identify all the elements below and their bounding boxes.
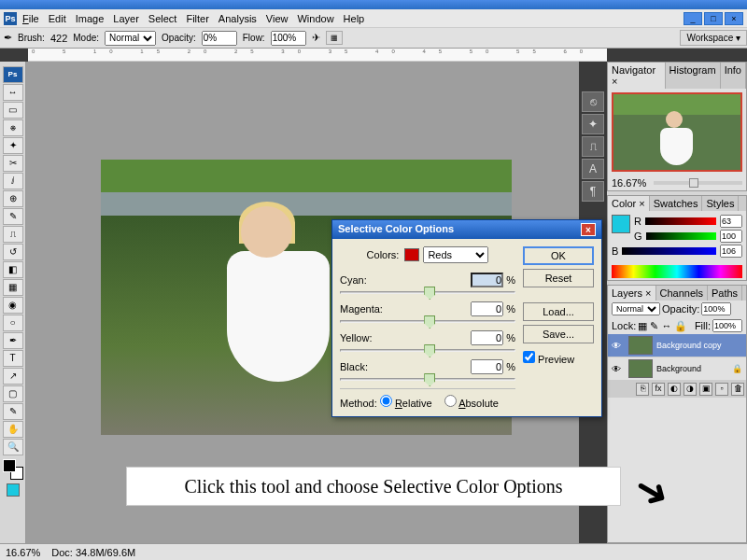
link-icon[interactable]: ⎘ — [636, 383, 649, 396]
lasso-tool[interactable]: ⎈ — [3, 119, 23, 136]
adjustment-icon[interactable]: ◑ — [684, 383, 697, 396]
crop-tool[interactable]: ✂ — [3, 155, 23, 172]
menu-file[interactable]: FFileile — [22, 13, 39, 24]
gradient-tool[interactable]: ▦ — [3, 279, 23, 296]
menu-help[interactable]: Help — [344, 13, 365, 24]
magenta-input[interactable] — [471, 301, 503, 316]
mode-select[interactable]: Normal — [105, 31, 156, 46]
wand-tool[interactable]: ✦ — [3, 137, 23, 154]
opacity-input[interactable] — [202, 31, 237, 46]
tool-preset-icon[interactable]: ✒ — [4, 32, 12, 44]
relative-radio[interactable]: Relative — [380, 398, 432, 409]
dock-icon[interactable]: ⎍ — [582, 136, 604, 157]
shape-tool[interactable]: ▢ — [3, 385, 23, 402]
absolute-radio[interactable]: Absolute — [444, 398, 499, 409]
tab-layers[interactable]: Layers × — [608, 286, 656, 301]
healing-tool[interactable]: ⊕ — [3, 190, 23, 207]
tab-histogram[interactable]: Histogram — [666, 63, 721, 89]
notes-tool[interactable]: ✎ — [3, 403, 23, 420]
path-tool[interactable]: ↗ — [3, 368, 23, 385]
blur-tool[interactable]: ◉ — [3, 297, 23, 314]
marquee-tool[interactable]: ▭ — [3, 102, 23, 119]
layer-row[interactable]: 👁 Background 🔒 — [608, 357, 746, 381]
black-slider[interactable] — [340, 378, 515, 381]
minimize-icon[interactable]: _ — [684, 12, 702, 25]
maximize-icon[interactable]: □ — [704, 12, 723, 25]
close-icon[interactable]: × — [725, 12, 743, 25]
blend-mode-select[interactable]: Normal — [612, 302, 660, 315]
cyan-slider[interactable] — [340, 291, 515, 294]
dock-icon[interactable]: ⎋ — [582, 91, 604, 112]
b-input[interactable] — [720, 245, 742, 258]
visibility-icon[interactable]: 👁 — [612, 341, 625, 351]
dialog-titlebar[interactable]: Selective Color Options × — [332, 220, 601, 239]
preview-checkbox[interactable]: Preview — [523, 351, 594, 365]
cyan-input[interactable] — [471, 273, 503, 287]
menu-analysis[interactable]: Analysis — [218, 13, 257, 24]
dock-icon[interactable]: ✦ — [582, 114, 604, 134]
airbrush-icon[interactable]: ✈ — [312, 32, 320, 44]
ok-button[interactable]: OK — [523, 246, 594, 265]
tab-channels[interactable]: Channels — [656, 286, 708, 301]
colors-select[interactable]: Reds — [423, 246, 488, 263]
visibility-icon[interactable]: 👁 — [612, 364, 625, 374]
dodge-tool[interactable]: ○ — [3, 315, 23, 331]
hand-tool[interactable]: ✋ — [3, 421, 23, 438]
menu-view[interactable]: View — [266, 13, 289, 24]
color-spectrum[interactable] — [612, 265, 742, 278]
r-input[interactable] — [720, 215, 742, 228]
pen-tool[interactable]: ✒ — [3, 332, 23, 349]
reset-button[interactable]: Reset — [523, 269, 594, 287]
navigator-thumbnail[interactable] — [612, 92, 742, 172]
dock-icon[interactable]: ¶ — [582, 181, 604, 202]
move-tool[interactable]: ↔ — [3, 84, 23, 101]
menu-layer[interactable]: Layer — [113, 13, 139, 24]
b-slider[interactable] — [622, 247, 716, 255]
layer-name[interactable]: Background — [656, 364, 701, 373]
lock-icons[interactable]: ▦ ✎ ↔ 🔒 — [638, 320, 687, 332]
menu-window[interactable]: Window — [297, 13, 333, 24]
brush-tool[interactable]: ✎ — [3, 208, 23, 225]
menu-filter[interactable]: Filter — [186, 13, 208, 24]
brush-picker[interactable]: 422 — [50, 33, 67, 44]
g-slider[interactable] — [646, 232, 716, 240]
zoom-tool[interactable]: 🔍 — [3, 439, 23, 455]
tab-info[interactable]: Info — [721, 63, 746, 89]
arrange-icon[interactable]: ▦ — [326, 31, 343, 45]
menu-edit[interactable]: Edit — [49, 13, 66, 24]
mask-icon[interactable]: ◐ — [668, 383, 681, 396]
load-button[interactable]: Load... — [523, 302, 594, 321]
yellow-slider[interactable] — [340, 349, 515, 352]
trash-icon[interactable]: 🗑 — [731, 383, 744, 396]
fx-icon[interactable]: fx — [652, 383, 665, 396]
tab-color[interactable]: Color × — [608, 196, 650, 211]
quick-mask-icon[interactable] — [7, 483, 20, 497]
eraser-tool[interactable]: ◧ — [3, 261, 23, 278]
flow-input[interactable] — [271, 31, 306, 46]
color-foreground[interactable] — [612, 215, 630, 233]
tab-swatches[interactable]: Swatches — [650, 196, 703, 211]
black-input[interactable] — [471, 359, 503, 374]
dialog-close-icon[interactable]: × — [581, 223, 596, 236]
layer-name[interactable]: Background copy — [656, 341, 722, 350]
stamp-tool[interactable]: ⎍ — [3, 226, 23, 243]
new-layer-icon[interactable]: ▫ — [715, 383, 728, 396]
nav-zoom-slider[interactable] — [654, 181, 742, 185]
tab-styles[interactable]: Styles — [702, 196, 739, 211]
r-slider[interactable] — [645, 217, 716, 225]
dock-icon[interactable]: A — [582, 159, 604, 179]
layer-opacity-input[interactable] — [701, 302, 731, 315]
status-zoom[interactable]: 16.67% — [6, 547, 40, 558]
menu-select[interactable]: Select — [148, 13, 177, 24]
fill-input[interactable] — [712, 319, 742, 332]
tab-navigator[interactable]: Navigator × — [608, 63, 666, 89]
save-button[interactable]: Save... — [523, 325, 594, 343]
magenta-slider[interactable] — [340, 320, 515, 323]
yellow-input[interactable] — [471, 330, 503, 345]
nav-zoom[interactable]: 16.67% — [612, 177, 646, 189]
workspace-button[interactable]: Workspace ▾ — [680, 30, 747, 46]
g-input[interactable] — [720, 230, 742, 243]
tab-paths[interactable]: Paths — [708, 286, 742, 301]
type-tool[interactable]: T — [3, 350, 23, 367]
eyedropper-tool[interactable]: ⅈ — [3, 173, 23, 189]
